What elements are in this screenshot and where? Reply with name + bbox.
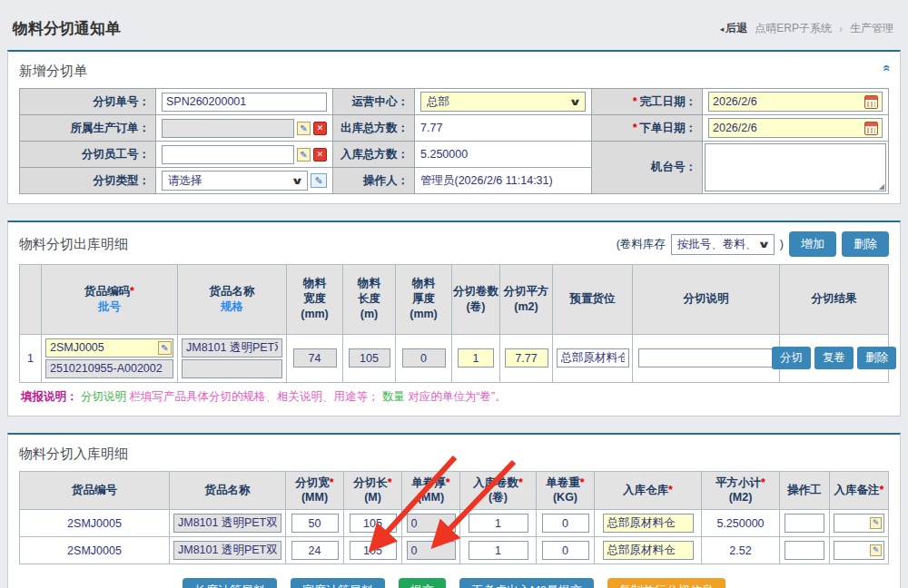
cutter-id-input[interactable] <box>162 145 294 164</box>
cut-sqm-input[interactable] <box>505 348 548 368</box>
item-code: 2SMJ0005 <box>20 510 170 537</box>
cut-width-input[interactable] <box>291 514 339 533</box>
clear-icon[interactable]: ✕ <box>313 122 327 135</box>
batch-link[interactable]: 批号 <box>43 299 176 315</box>
sqm-subtotal: 2.52 <box>702 537 780 564</box>
machine-textarea[interactable] <box>705 143 886 191</box>
in-remark-cell: ✎ <box>830 510 889 537</box>
preset-location-input[interactable] <box>557 348 629 368</box>
col-operator: 操作工 <box>780 471 830 510</box>
edit-form-icon[interactable]: ✎ <box>311 173 327 188</box>
clear-icon[interactable]: ✕ <box>313 148 327 162</box>
warehouse-input[interactable] <box>603 514 694 533</box>
batch-no-input[interactable] <box>45 359 173 378</box>
copy-first-row-button[interactable]: 复制首行分切信息 <box>607 578 725 588</box>
col-item-code: 货品编码* 批号 <box>42 265 178 335</box>
breadcrumb-system[interactable]: 点晴ERP子系统 <box>755 21 832 36</box>
roll-thickness-cell <box>402 510 460 537</box>
in-rolls-cell <box>460 537 537 564</box>
submit-button[interactable]: 提交 <box>399 578 446 588</box>
material-length-input[interactable] <box>349 348 390 368</box>
in-remark-cell: ✎ <box>830 537 889 564</box>
roll-weight-cell <box>537 537 595 564</box>
inbound-detail-card: 物料分切入库明细 货品编号 货品名称 分切宽*(MM) 分切长*(M) 单卷厚*… <box>7 433 901 588</box>
sqm-subtotal: 5.250000 <box>702 510 780 537</box>
col-in-remark: 入库备注* <box>830 471 889 510</box>
back-link[interactable]: ◂后退 <box>720 21 748 36</box>
cut-rolls-input[interactable] <box>458 348 494 368</box>
machine-label: 机台号： <box>592 142 703 194</box>
roll-thickness-cell <box>402 537 460 564</box>
material-thickness-input[interactable] <box>402 348 446 368</box>
col-cut-sqm: 分切平方 (m2) <box>500 265 553 335</box>
roll-weight-input[interactable] <box>542 514 589 533</box>
roll-weight-input[interactable] <box>542 541 589 560</box>
center-select[interactable]: 总部 ∨ <box>420 92 586 112</box>
spec-link[interactable]: 规格 <box>179 299 285 315</box>
cut-length-input[interactable] <box>350 541 397 560</box>
stock-mode-select[interactable]: 按批号、卷料、分切卷 ∨ <box>671 234 775 255</box>
order-no-input[interactable] <box>162 93 327 112</box>
chevron-down-icon: ∨ <box>757 239 770 250</box>
rewind-button[interactable]: 复卷 <box>814 347 854 369</box>
item-code-input[interactable] <box>45 338 173 358</box>
item-name-input[interactable] <box>173 514 281 533</box>
cut-length-cell <box>344 510 402 537</box>
cutter-id-cell: ✎ ✕ <box>156 142 333 168</box>
cut-width-cell <box>286 537 344 564</box>
cut-type-label: 分切类型： <box>20 168 156 194</box>
lookup-icon[interactable]: ✎ <box>297 122 311 135</box>
prod-order-input[interactable] <box>162 119 294 138</box>
lookup-icon[interactable]: ✎ <box>297 148 311 162</box>
material-thickness-cell <box>396 334 452 382</box>
outbound-section-title: 物料分切出库明细 <box>19 236 128 253</box>
out-total-value: 7.77 <box>415 115 592 142</box>
lookup-icon[interactable]: ✎ <box>158 341 172 355</box>
in-total-value: 5.250000 <box>415 142 592 168</box>
cut-type-select[interactable]: 请选择 ∨ <box>162 171 308 191</box>
in-rolls-input[interactable] <box>469 541 528 560</box>
in-rolls-input[interactable] <box>469 514 528 533</box>
spec-input[interactable] <box>182 359 282 378</box>
item-name-cell <box>170 510 286 537</box>
warehouse-input[interactable] <box>603 541 694 560</box>
in-rolls-cell <box>460 510 537 537</box>
cut-width-input[interactable] <box>291 541 339 560</box>
inbound-section-title: 物料分切入库明细 <box>19 444 889 471</box>
calendar-icon[interactable] <box>864 122 878 135</box>
cut-note-cell <box>633 334 780 382</box>
calc-width-tail-button[interactable]: 宽度计算尾料 <box>291 578 385 588</box>
add-row-button[interactable]: 增加 <box>789 231 836 257</box>
chevron-down-icon: ∨ <box>568 96 581 108</box>
operator-input[interactable] <box>785 514 824 533</box>
row-delete-button[interactable]: 删除 <box>857 347 896 369</box>
delete-row-button[interactable]: 删除 <box>842 231 889 257</box>
cut-note-input[interactable] <box>638 348 775 368</box>
roll-thickness-input[interactable] <box>407 514 456 533</box>
center-label: 运营中心： <box>333 89 415 115</box>
material-width-input[interactable] <box>293 348 337 368</box>
calendar-icon[interactable] <box>864 95 878 109</box>
preset-location-cell <box>553 334 633 382</box>
outbound-row: 1 ✎ <box>20 334 889 382</box>
submit-ignore-m2-button[interactable]: 不考虑出入M2量提交 <box>459 578 594 588</box>
lookup-icon[interactable]: ✎ <box>870 517 882 529</box>
roll-thickness-input[interactable] <box>407 541 456 560</box>
order-date-input[interactable]: 2026/2/6 <box>708 118 883 138</box>
cut-type-cell: 请选择 ∨ ✎ <box>156 168 333 194</box>
operator-input[interactable] <box>785 541 824 560</box>
item-code: 2SMJ0005 <box>20 537 170 564</box>
calc-length-tail-button[interactable]: 长度计算尾料 <box>183 578 277 588</box>
lookup-icon[interactable]: ✎ <box>870 544 882 556</box>
cut-length-input[interactable] <box>350 514 397 533</box>
cut-button[interactable]: 分切 <box>772 347 811 369</box>
collapse-section-icon[interactable]: » <box>878 64 893 72</box>
center-cell: 总部 ∨ <box>415 89 592 115</box>
stock-tools: (卷料库存 按批号、卷料、分切卷 ∨ ) 增加 删除 <box>617 231 889 257</box>
col-material-length: 物料 长度 (m) <box>343 265 396 335</box>
col-cut-result: 分切结果 <box>780 265 889 335</box>
breadcrumb: ◂后退 点晴ERP子系统 › 生产管理 <box>720 21 893 36</box>
item-name-input[interactable] <box>182 338 282 358</box>
item-name-input[interactable] <box>173 541 281 560</box>
finish-date-input[interactable]: 2026/2/6 <box>708 92 883 112</box>
